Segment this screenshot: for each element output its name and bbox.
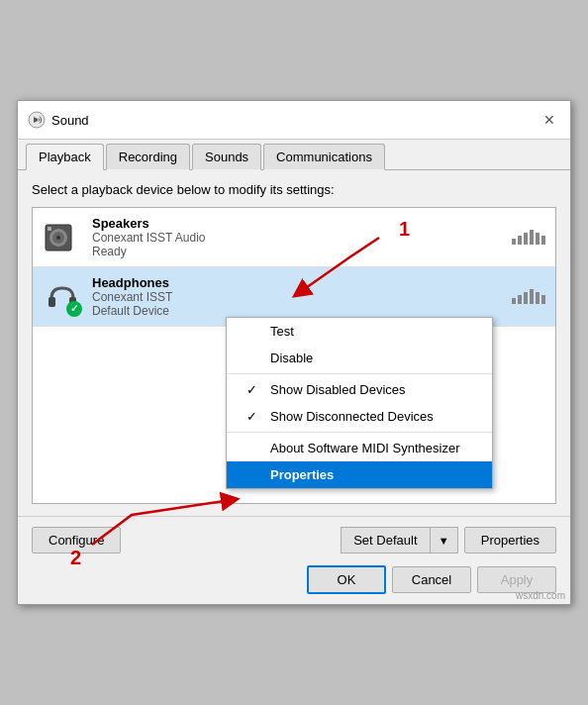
tab-recording[interactable]: Recording [106, 144, 190, 170]
speakers-level-bars [512, 230, 545, 245]
headphones-icon: ✓ [43, 277, 82, 317]
context-menu: Test Disable ✓ Show Disabled Devices ✓ S… [226, 317, 493, 489]
close-button[interactable]: ✕ [539, 109, 560, 131]
speakers-desc: Conexant ISST Audio [92, 231, 502, 245]
bottom-bar: Configure Set Default ▼ Properties [18, 516, 570, 563]
ok-button[interactable]: OK [307, 565, 386, 594]
ctx-show-disabled-check: ✓ [246, 382, 262, 397]
configure-button[interactable]: Configure [32, 527, 121, 554]
speakers-status: Ready [92, 245, 502, 258]
cancel-button[interactable]: Cancel [392, 566, 471, 593]
svg-point-4 [56, 236, 60, 240]
tab-playback[interactable]: Playback [26, 144, 104, 170]
apply-button[interactable]: Apply [477, 566, 556, 593]
sound-icon [28, 111, 46, 129]
ctx-test[interactable]: Test [227, 318, 492, 345]
default-checkmark: ✓ [66, 301, 82, 317]
ctx-disable[interactable]: Disable [227, 345, 492, 371]
title-bar-left: Sound [28, 111, 89, 129]
device-item-speakers[interactable]: Speakers Conexant ISST Audio Ready [33, 208, 555, 267]
ctx-show-disabled[interactable]: ✓ Show Disabled Devices [227, 376, 492, 403]
ctx-show-disabled-label: Show Disabled Devices [270, 382, 406, 397]
description-text: Select a playback device below to modify… [32, 182, 556, 197]
headphones-status: Default Device [92, 304, 502, 318]
ctx-properties[interactable]: Properties [227, 461, 492, 488]
ctx-show-disconnected-label: Show Disconnected Devices [270, 409, 434, 424]
ctx-disable-label: Disable [270, 351, 313, 365]
headphones-level-bars [512, 289, 545, 304]
set-default-arrow-button[interactable]: ▼ [430, 527, 458, 554]
ctx-properties-label: Properties [270, 467, 334, 482]
svg-rect-5 [48, 227, 51, 231]
window-title: Sound [51, 113, 89, 128]
speakers-icon [43, 218, 82, 257]
tab-bar: Playback Recording Sounds Communications [18, 140, 570, 170]
title-bar: Sound ✕ [18, 101, 570, 140]
ctx-show-disconnected-check: ✓ [246, 409, 262, 424]
set-default-button[interactable]: Set Default [341, 527, 430, 554]
ctx-show-disconnected[interactable]: ✓ Show Disconnected Devices [227, 403, 492, 430]
headphones-desc: Conexant ISST [92, 290, 502, 304]
ctx-sep-2 [227, 432, 492, 433]
ctx-sep-1 [227, 373, 492, 374]
ctx-about-midi[interactable]: About Software MIDI Synthesizer [227, 435, 492, 461]
ctx-test-label: Test [270, 324, 294, 339]
headphones-info: Headphones Conexant ISST Default Device [92, 275, 502, 318]
sound-dialog: Sound ✕ Playback Recording Sounds Commun… [17, 100, 571, 605]
tab-sounds[interactable]: Sounds [192, 144, 261, 170]
ctx-about-midi-label: About Software MIDI Synthesizer [270, 441, 459, 455]
device-list: Speakers Conexant ISST Audio Ready [32, 207, 556, 504]
properties-button[interactable]: Properties [464, 527, 556, 554]
speakers-name: Speakers [92, 216, 502, 231]
set-default-group: Set Default ▼ [341, 527, 458, 554]
action-bar: OK Cancel Apply [18, 563, 570, 604]
watermark: wsxdn.com [516, 590, 565, 601]
headphones-name: Headphones [92, 275, 502, 290]
speakers-info: Speakers Conexant ISST Audio Ready [92, 216, 502, 258]
dialog-body: Select a playback device below to modify… [18, 170, 570, 516]
tab-communications[interactable]: Communications [263, 144, 385, 170]
svg-rect-6 [49, 297, 55, 307]
